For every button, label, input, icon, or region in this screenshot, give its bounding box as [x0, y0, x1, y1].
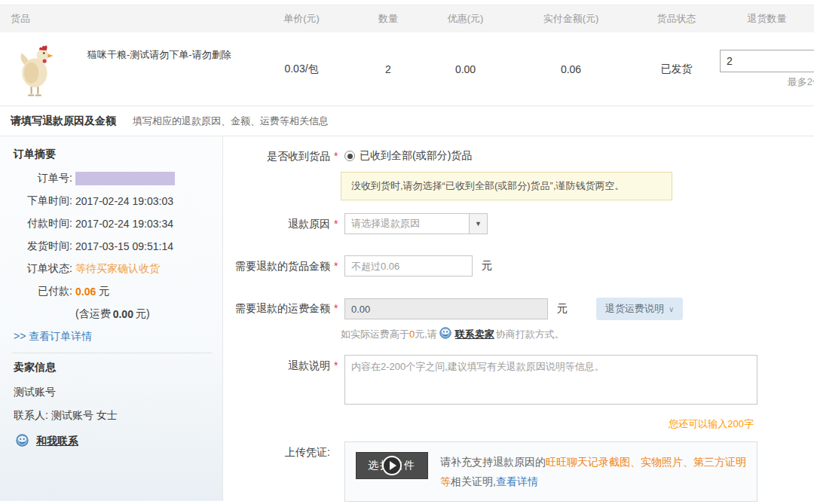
reason-label: 退款原因 — [223, 213, 330, 231]
upload-description: 请补充支持退款原因的旺旺聊天记录截图、实物照片、第三方证明等相关证明,查看详情 — [440, 452, 746, 491]
freight-amount-row: 需要退款的运费金额 * 元 退货运费说明 ∨ — [223, 298, 814, 320]
freight-explain-button[interactable]: 退货运费说明 ∨ — [596, 298, 683, 320]
ship-time-label: 发货时间: — [12, 240, 72, 253]
order-no-redacted — [75, 172, 175, 185]
freight-amount-label: 需要退款的运费金额 — [223, 298, 330, 316]
received-warning: 没收到货时,请勿选择“已收到全部(或部分)货品”,谨防钱货两空。 — [341, 172, 672, 200]
freight-value: 0.00 — [113, 308, 133, 320]
freight-amount-input[interactable] — [344, 298, 548, 319]
help-pre: 如实际运费高于 — [341, 328, 409, 341]
col-header-discount: 优惠(元) — [422, 12, 509, 26]
product-title: 猫咪干粮-测试请勿下单-请勿删除 — [87, 44, 231, 62]
col-header-status: 货品状态 — [633, 12, 720, 26]
required-mark: * — [334, 255, 340, 272]
upload-row: 上传凭证: 选择文件 请补充支持退款原因的旺旺聊天记录截图、实物照片、第三方证明… — [223, 441, 814, 502]
view-details-link[interactable]: 查看详情 — [496, 475, 538, 487]
seller-account: 测试账号 — [14, 380, 212, 405]
sidebar-divider — [12, 353, 212, 353]
col-header-paid-amount: 实付金额(元) — [509, 12, 633, 26]
choose-file-button[interactable]: 选择文件 — [356, 452, 428, 479]
ship-time-row: 发货时间: 2017-03-15 09:51:14 — [12, 235, 212, 258]
order-status-value: 等待买家确认收货 — [75, 262, 160, 276]
order-time-value: 2017-02-24 19:03:03 — [75, 195, 173, 207]
view-order-detail-link[interactable]: >> 查看订单详情 — [14, 330, 92, 344]
pay-time-value: 2017-02-24 19:03:34 — [75, 218, 173, 230]
col-header-product: 货品 — [0, 12, 249, 26]
section-header: 请填写退款原因及金额 填写相应的退款原因、金额、运费等相关信息 — [0, 106, 814, 136]
help-post: 协商打款方式。 — [496, 328, 565, 341]
wangwang-icon — [16, 434, 29, 449]
received-radio-label: 已收到全部(或部分)货品 — [360, 149, 472, 163]
contact-seller-link[interactable]: 联系卖家 — [455, 328, 494, 341]
goods-amount-label: 需要退款的货品金额 — [223, 255, 330, 273]
pay-time-row: 付款时间: 2017-02-24 19:03:34 — [12, 212, 212, 235]
goods-amount-unit: 元 — [482, 259, 492, 273]
return-qty-input[interactable] — [720, 50, 814, 72]
help-mid: 元,请 — [415, 328, 437, 341]
upload-desc-mid: 相关证明, — [451, 475, 496, 487]
order-no-row: 订单号: — [12, 167, 212, 190]
contact-label: 联系人: — [14, 409, 48, 423]
required-mark-placeholder — [334, 441, 340, 446]
freight-amount-unit: 元 — [557, 302, 568, 316]
wangwang-icon — [439, 327, 451, 341]
freight-help-line: 如实际运费高于 0 元,请 联系卖家 协商打款方式。 — [341, 327, 814, 341]
play-icon — [382, 456, 402, 475]
received-row: 是否收到货品 * 已收到全部(或部分)货品 — [223, 145, 814, 163]
content-area: 订单摘要 订单号: 下单时间: 2017-02-24 19:03:03 付款时间… — [0, 136, 814, 501]
contact-me-link[interactable]: 和我联系 — [36, 435, 78, 448]
paid-value: 0.06 — [75, 286, 96, 298]
received-label: 是否收到货品 — [223, 145, 330, 163]
section-title: 请填写退款原因及金额 — [11, 115, 116, 127]
freight-explain-label: 退货运费说明 — [605, 302, 664, 316]
contact-value: 测试账号 女士 — [51, 409, 118, 423]
section-subtitle: 填写相应的退款原因、金额、运费等相关信息 — [133, 115, 329, 127]
col-header-unit-price: 单价(元) — [249, 12, 354, 26]
contact-me-row: 和我联系 — [14, 430, 212, 453]
pay-time-label: 付款时间: — [12, 217, 72, 231]
order-summary-title: 订单摘要 — [14, 148, 212, 161]
received-radio-group: 已收到全部(或部分)货品 — [344, 145, 472, 163]
paid-unit: 元 — [99, 285, 109, 298]
paid-label: 已付款: — [12, 285, 72, 298]
refund-request-page: 货品 单价(元) 数量 优惠(元) 实付金额(元) 货品状态 退货数量 — [0, 5, 814, 504]
ship-time-value: 2017-03-15 09:51:14 — [75, 240, 173, 252]
freight-post: 元) — [136, 307, 150, 321]
reason-row: 退款原因 * 请选择退款原因 ▼ — [223, 213, 814, 234]
refund-form: 是否收到货品 * 已收到全部(或部分)货品 没收到货时,请勿选择“已收到全部(或… — [223, 136, 814, 501]
product-quantity: 2 — [354, 63, 422, 75]
contact-row: 联系人: 测试账号 女士 — [14, 405, 212, 427]
order-time-row: 下单时间: 2017-02-24 19:03:03 — [12, 190, 212, 212]
return-qty-cell: 最多2件 — [720, 50, 814, 89]
upload-box: 选择文件 请补充支持退款原因的旺旺聊天记录截图、实物照片、第三方证明等相关证明,… — [344, 441, 757, 502]
product-unit-price: 0.03/包 — [249, 63, 354, 76]
order-status-row: 订单状态: 等待买家确认收货 — [12, 258, 212, 280]
table-row: 猫咪干粮-测试请勿下单-请勿删除 0.03/包 2 0.00 0.06 已发货 … — [0, 32, 814, 105]
order-time-label: 下单时间: — [12, 194, 72, 208]
return-qty-hint: 最多2件 — [720, 75, 814, 89]
refund-reason-select[interactable]: 请选择退款原因 ▼ — [344, 213, 488, 234]
refund-note-textarea[interactable] — [344, 355, 757, 405]
upload-label: 上传凭证: — [223, 441, 330, 460]
received-radio-button[interactable] — [344, 151, 355, 161]
refund-reason-placeholder: 请选择退款原因 — [345, 217, 469, 231]
chevron-down-icon: ∨ — [669, 305, 674, 313]
goods-amount-row: 需要退款的货品金额 * 元 — [223, 255, 814, 276]
help-zero: 0 — [409, 328, 415, 340]
chevron-down-icon[interactable]: ▼ — [469, 214, 487, 234]
order-status-label: 订单状态: — [12, 262, 72, 276]
upload-desc-pre: 请补充支持退款原因的 — [440, 456, 546, 468]
product-status: 已发货 — [633, 63, 720, 76]
product-paid-amount: 0.06 — [509, 63, 633, 75]
required-mark: * — [334, 145, 340, 162]
freight-included-row: (含运费 0.00 元) — [75, 303, 212, 325]
refund-note-row: 退款说明 * — [223, 355, 814, 405]
col-header-return-qty: 退货数量 — [720, 12, 814, 26]
seller-info-title: 卖家信息 — [14, 361, 212, 374]
col-header-quantity: 数量 — [354, 12, 422, 26]
order-summary-sidebar: 订单摘要 订单号: 下单时间: 2017-02-24 19:03:03 付款时间… — [0, 136, 223, 501]
product-cell: 猫咪干粮-测试请勿下单-请勿删除 — [0, 36, 249, 102]
product-discount: 0.00 — [422, 63, 509, 75]
product-image — [14, 44, 56, 102]
goods-amount-input[interactable] — [344, 255, 473, 276]
